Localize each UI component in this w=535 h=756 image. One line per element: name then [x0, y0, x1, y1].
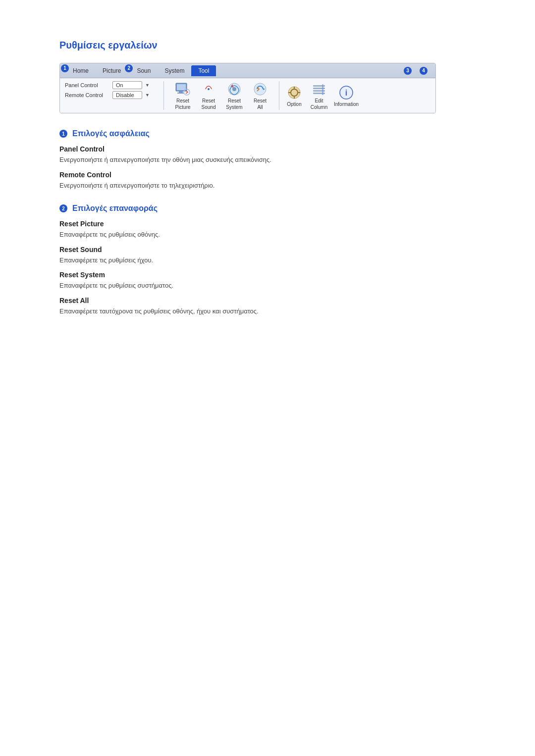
section1-heading: 1 Επιλογές ασφάλειας	[59, 129, 476, 138]
panel-control-value[interactable]: On	[112, 81, 142, 89]
svg-text:i: i	[345, 89, 347, 97]
reset-picture-label1: Reset	[176, 98, 189, 103]
reset-buttons-section: Reset Picture Reset Sound	[164, 81, 279, 110]
panel-control-arrow: ▼	[145, 83, 150, 88]
panel-control-row: Panel Control On ▼	[65, 81, 159, 89]
svg-point-8	[208, 88, 210, 90]
tab-sound[interactable]: 2 Soun	[128, 65, 158, 76]
tab-group4: 4	[416, 67, 431, 75]
svg-point-10	[232, 87, 236, 91]
toolbar-body: Panel Control On ▼ Remote Control Disabl…	[60, 78, 435, 113]
reset-all-button[interactable]: Reset All	[249, 81, 271, 110]
reset-all-section: Reset All Επαναφέρετε ταυτόχρονα τις ρυθ…	[59, 297, 476, 316]
right-buttons-section: Option Edit Column	[279, 81, 364, 110]
reset-all-section-label: Reset All	[59, 297, 476, 304]
reset-all-section-desc: Επαναφέρετε ταυτόχρονα τις ρυθμίσεις οθό…	[59, 306, 476, 316]
tab-num-1: 1	[61, 64, 69, 72]
svg-rect-1	[177, 84, 186, 90]
tab-num-3: 3	[404, 67, 412, 75]
reset-system-section-label: Reset System	[59, 271, 476, 279]
panel-control-section: Panel Control Ενεργοποιήστε ή απενεργοπο…	[59, 145, 476, 165]
section2-title: Επιλογές επαναφοράς	[72, 204, 158, 213]
svg-rect-2	[179, 91, 183, 93]
tab-picture[interactable]: Picture	[96, 65, 128, 76]
tab-tool[interactable]: Tool	[191, 65, 216, 76]
tab-num-2: 2	[125, 64, 133, 72]
section2-badge: 2	[59, 204, 67, 212]
reset-system-button[interactable]: Reset System	[223, 81, 245, 110]
reset-picture-section-label: Reset Picture	[59, 220, 476, 228]
reset-all-icon	[252, 81, 268, 97]
toolbar: 1 Home Picture 2 Soun System Tool 3 4 Pa…	[59, 63, 436, 113]
reset-sound-label2: Sound	[202, 104, 216, 110]
information-button[interactable]: i Information	[334, 85, 359, 107]
remote-control-section-desc: Ενεργοποιήστε ή απενεργοποιήστε το τηλεχ…	[59, 181, 476, 191]
panel-control-section-desc: Ενεργοποιήστε ή απενεργοποιήστε την οθόν…	[59, 155, 476, 165]
tab-home-label: Home	[73, 67, 89, 74]
reset-sound-icon	[201, 81, 216, 97]
reset-sound-label1: Reset	[202, 98, 215, 103]
remote-control-section: Remote Control Ενεργοποιήστε ή απενεργοπ…	[59, 171, 476, 191]
tab-picture-label: Picture	[103, 67, 121, 74]
remote-control-label: Remote Control	[65, 92, 109, 98]
option-button[interactable]: Option	[284, 85, 304, 107]
toolbar-controls: Panel Control On ▼ Remote Control Disabl…	[65, 81, 164, 110]
information-icon: i	[338, 85, 354, 101]
edit-column-label1: Edit	[315, 98, 323, 103]
svg-rect-3	[177, 93, 184, 94]
panel-control-label: Panel Control	[65, 82, 109, 88]
reset-picture-button[interactable]: Reset Picture	[172, 81, 194, 110]
reset-system-section-desc: Επαναφέρετε τις ρυθμίσεις συστήματος.	[59, 281, 476, 291]
option-icon	[286, 85, 302, 101]
tab-group3: 3	[400, 67, 416, 75]
reset-picture-section-desc: Επαναφέρετε τις ρυθμίσεις οθόνης.	[59, 230, 476, 240]
tab-tool-label: Tool	[198, 67, 209, 74]
toolbar-tabs: 1 Home Picture 2 Soun System Tool 3 4	[60, 63, 435, 78]
section1-badge: 1	[59, 130, 67, 138]
remote-control-value[interactable]: Disable	[112, 91, 142, 99]
section1-title: Επιλογές ασφάλειας	[72, 129, 150, 138]
svg-rect-23	[322, 84, 323, 95]
edit-column-label2: Column	[311, 104, 327, 110]
edit-column-icon	[311, 81, 327, 97]
reset-all-label1: Reset	[254, 98, 267, 103]
panel-control-section-label: Panel Control	[59, 145, 476, 153]
reset-system-label2: System	[226, 104, 242, 110]
tab-num-4: 4	[420, 67, 428, 75]
remote-control-arrow: ▼	[145, 93, 150, 98]
section2-heading: 2 Επιλογές επαναφοράς	[59, 204, 476, 213]
remote-control-section-label: Remote Control	[59, 171, 476, 179]
reset-system-label1: Reset	[228, 98, 241, 103]
reset-picture-section: Reset Picture Επαναφέρετε τις ρυθμίσεις …	[59, 220, 476, 240]
remote-control-row: Remote Control Disable ▼	[65, 91, 159, 99]
reset-sound-button[interactable]: Reset Sound	[198, 81, 219, 110]
tab-system[interactable]: System	[158, 65, 191, 76]
tab-home[interactable]: 1 Home	[64, 65, 96, 76]
information-label: Information	[334, 101, 359, 107]
option-label: Option	[287, 101, 301, 107]
reset-picture-label2: Picture	[175, 104, 190, 110]
reset-all-label2: All	[257, 104, 263, 110]
reset-sound-section-desc: Επαναφέρετε τις ρυθμίσεις ήχου.	[59, 255, 476, 265]
tab-system-label: System	[164, 67, 184, 74]
reset-system-icon	[226, 81, 242, 97]
reset-sound-section-label: Reset Sound	[59, 246, 476, 253]
tab-sound-label: Soun	[137, 67, 151, 74]
reset-system-section: Reset System Επαναφέρετε τις ρυθμίσεις σ…	[59, 271, 476, 291]
reset-sound-section: Reset Sound Επαναφέρετε τις ρυθμίσεις ήχ…	[59, 246, 476, 265]
edit-column-button[interactable]: Edit Column	[309, 81, 329, 110]
reset-picture-icon	[175, 81, 191, 97]
page-title: Ρυθμίσεις εργαλείων	[59, 40, 476, 51]
